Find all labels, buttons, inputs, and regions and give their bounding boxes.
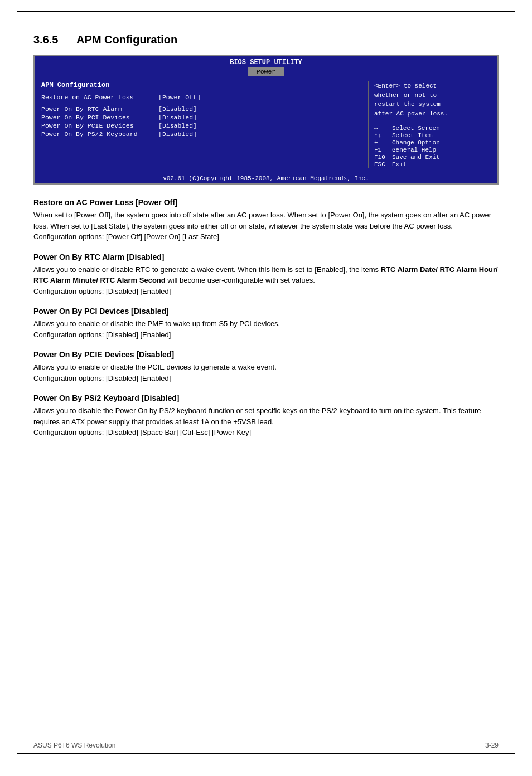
content-sections: Restore on AC Power Loss [Power Off]When…	[33, 198, 499, 438]
bios-row-value: [Disabled]	[158, 122, 197, 129]
bios-key-description: Exit	[392, 161, 491, 168]
bios-help-text: <Enter> to select whether or not to rest…	[374, 81, 491, 118]
content-section-title: Power On By PS/2 Keyboard [Disabled]	[33, 394, 499, 402]
bios-key-symbol: ↔	[374, 125, 390, 132]
bios-rows: Restore on AC Power Loss[Power Off]Power…	[41, 94, 362, 138]
page-footer: ASUS P6T6 WS Revolution 3-29	[33, 741, 499, 749]
bios-key-description: Select Screen	[392, 125, 491, 132]
bios-key-description: Select Item	[392, 132, 491, 139]
footer-right: 3-29	[485, 741, 499, 749]
bios-key-symbol: F10	[374, 154, 390, 161]
content-section-body: Allows you to disable the Power On by PS…	[33, 405, 499, 438]
bios-keys: ↔Select Screen↑↓Select Item+-Change Opti…	[374, 125, 491, 168]
bios-row: Power On By PCIE Devices[Disabled]	[41, 122, 362, 129]
section-heading: 3.6.5 APM Configuration	[33, 33, 499, 46]
content-section: Power On By RTC Alarm [Disabled]Allows y…	[33, 253, 499, 297]
bios-screenshot: BIOS SETUP UTILITY Power APM Configurati…	[33, 55, 499, 185]
content-section-body: Allows you to enable or disable the PCIE…	[33, 362, 499, 384]
bios-key-description: Save and Exit	[392, 154, 491, 161]
bios-key-row: ESCExit	[374, 161, 491, 168]
content-section-body: Allows you to enable or disable RTC to g…	[33, 264, 499, 297]
bios-row-label: Power On By PS/2 Keyboard	[41, 130, 158, 138]
page-border-bottom	[17, 753, 515, 754]
content-section: Power On By PCI Devices [Disabled]Allows…	[33, 307, 499, 340]
bios-title-bar: BIOS SETUP UTILITY Power	[35, 56, 497, 76]
bios-key-symbol: ↑↓	[374, 132, 390, 139]
footer-left: ASUS P6T6 WS Revolution	[33, 741, 115, 749]
bios-footer: v02.61 (C)Copyright 1985-2008, American …	[35, 173, 497, 183]
bios-title-main: BIOS SETUP UTILITY	[35, 59, 497, 66]
content-section-title: Power On By PCI Devices [Disabled]	[33, 307, 499, 316]
bios-row: Power On By RTC Alarm[Disabled]	[41, 105, 362, 113]
bios-key-symbol: +-	[374, 139, 390, 146]
bios-key-row: ↔Select Screen	[374, 125, 491, 132]
bios-right-panel: <Enter> to select whether or not to rest…	[368, 81, 491, 168]
bios-key-description: Change Option	[392, 139, 491, 146]
bios-row-label: Restore on AC Power Loss	[41, 94, 158, 101]
bios-row-value: [Power Off]	[158, 94, 201, 101]
bios-row: Restore on AC Power Loss[Power Off]	[41, 94, 362, 101]
page-border-top	[17, 11, 515, 12]
bios-row: Power On By PCI Devices[Disabled]	[41, 114, 362, 121]
content-section: Restore on AC Power Loss [Power Off]When…	[33, 198, 499, 243]
bios-title-sub: Power	[248, 67, 285, 76]
bios-key-symbol: ESC	[374, 161, 390, 168]
content-section-title: Power On By PCIE Devices [Disabled]	[33, 350, 499, 359]
bios-row-value: [Disabled]	[158, 114, 197, 121]
bios-row-label: Power On By PCIE Devices	[41, 122, 158, 129]
content-section-title: Power On By RTC Alarm [Disabled]	[33, 253, 499, 261]
content-section: Power On By PCIE Devices [Disabled]Allow…	[33, 350, 499, 384]
bios-row: Power On By PS/2 Keyboard[Disabled]	[41, 130, 362, 138]
bios-left-panel: APM Configuration Restore on AC Power Lo…	[41, 81, 368, 168]
bios-key-row: ↑↓Select Item	[374, 132, 491, 139]
bios-key-row: F1General Help	[374, 147, 491, 153]
bios-row-value: [Disabled]	[158, 105, 197, 113]
content-section-body: When set to [Power Off], the system goes…	[33, 210, 499, 243]
bios-section-title: APM Configuration	[41, 81, 362, 89]
bios-row-label: Power On By PCI Devices	[41, 114, 158, 121]
content-section: Power On By PS/2 Keyboard [Disabled]Allo…	[33, 394, 499, 438]
content-section-body: Allows you to enable or disable the PME …	[33, 318, 499, 340]
content-section-title: Restore on AC Power Loss [Power Off]	[33, 198, 499, 207]
bios-key-row: F10Save and Exit	[374, 154, 491, 161]
bios-row-label: Power On By RTC Alarm	[41, 105, 158, 113]
section-title: APM Configuration	[76, 33, 177, 46]
bios-key-symbol: F1	[374, 147, 390, 153]
section-number: 3.6.5	[33, 33, 58, 46]
bios-key-description: General Help	[392, 147, 491, 153]
bios-key-row: +-Change Option	[374, 139, 491, 146]
bios-content: APM Configuration Restore on AC Power Lo…	[35, 76, 497, 173]
bios-row-value: [Disabled]	[158, 130, 197, 138]
